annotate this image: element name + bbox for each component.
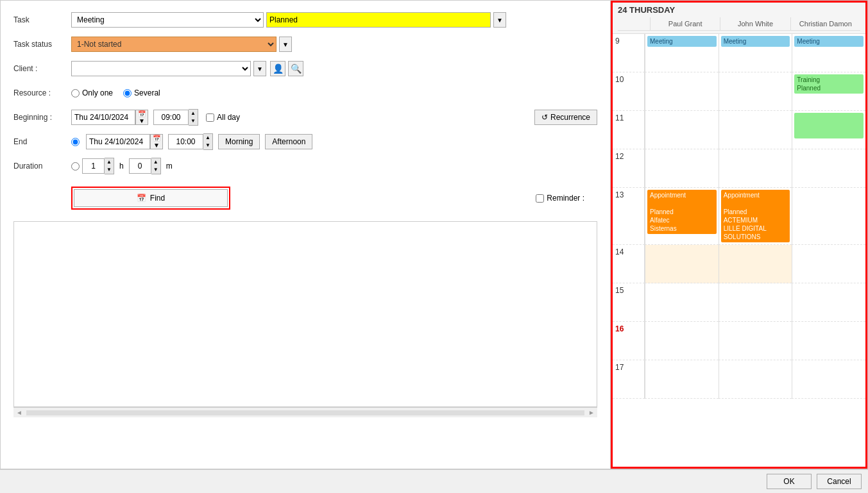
- end-radio[interactable]: [71, 138, 80, 146]
- allday-checkbox[interactable]: [206, 113, 214, 122]
- cell-paul-15[interactable]: [645, 283, 719, 322]
- recurrence-label: Recurrence: [550, 113, 590, 122]
- calendar-body: 9 Meeting Meeting Meeting 10 TrainingPla…: [613, 34, 865, 467]
- cell-christian-13[interactable]: [792, 188, 865, 245]
- afternoon-button[interactable]: Afternoon: [265, 134, 312, 149]
- cell-paul-9[interactable]: Meeting: [645, 34, 719, 72]
- event-paul-meeting[interactable]: Meeting: [647, 36, 717, 47]
- cell-christian-15[interactable]: [792, 283, 865, 322]
- ok-button[interactable]: OK: [767, 474, 812, 489]
- beginning-time-up[interactable]: ▲: [189, 110, 198, 117]
- cell-christian-11[interactable]: [792, 111, 865, 149]
- client-dropdown-btn[interactable]: ▼: [253, 61, 266, 76]
- resource-only-one-radio[interactable]: [71, 89, 80, 97]
- resource-only-one-text: Only one: [82, 88, 113, 97]
- beginning-calendar-btn[interactable]: 📅▼: [135, 110, 148, 125]
- end-controls: 📅▼ ▲ ▼ Morning Afternoon: [71, 133, 597, 150]
- calendar-column-headers: Paul Grant John White Christian Damon: [618, 17, 860, 31]
- main-container: Task Meeting Planned ▼ Task status 1-Not…: [0, 0, 868, 469]
- cell-john-9[interactable]: Meeting: [719, 34, 792, 72]
- end-date-input[interactable]: [86, 134, 150, 149]
- time-14: 14: [613, 245, 645, 283]
- resource-several-label[interactable]: Several: [123, 88, 160, 97]
- cell-paul-12[interactable]: [645, 149, 719, 188]
- cell-paul-16[interactable]: [645, 322, 719, 360]
- client-select[interactable]: [71, 61, 251, 76]
- calendar-date-title: 24 THURSDAY: [618, 5, 860, 15]
- cell-john-11[interactable]: [719, 111, 792, 149]
- cell-christian-10[interactable]: TrainingPlanned: [792, 72, 865, 111]
- horizontal-scrollbar[interactable]: ◄ ►: [13, 407, 597, 417]
- cell-john-16[interactable]: [719, 322, 792, 360]
- status-dropdown-btn[interactable]: ▼: [279, 37, 292, 52]
- find-reminder-controls: 📅 Find Reminder :: [71, 181, 597, 215]
- event-christian-training[interactable]: TrainingPlanned: [794, 74, 864, 94]
- event-paul-appointment[interactable]: AppointmentPlannedAlfatecSisternas: [647, 190, 717, 234]
- allday-label[interactable]: All day: [206, 113, 240, 122]
- bottom-bar: OK Cancel: [0, 469, 868, 493]
- task-select[interactable]: Meeting: [71, 12, 264, 28]
- resource-several-radio[interactable]: [123, 89, 132, 97]
- cell-christian-9[interactable]: Meeting: [792, 34, 865, 72]
- find-button[interactable]: 📅 Find: [74, 189, 228, 207]
- beginning-time-down[interactable]: ▼: [189, 117, 198, 125]
- duration-h-input[interactable]: [82, 158, 105, 174]
- duration-h-up[interactable]: ▲: [105, 158, 114, 166]
- duration-h-down[interactable]: ▼: [105, 166, 114, 174]
- planned-dropdown-btn[interactable]: ▼: [493, 12, 506, 28]
- cancel-button[interactable]: Cancel: [817, 474, 862, 489]
- cell-john-17[interactable]: [719, 360, 792, 399]
- event-christian-training-cont[interactable]: [794, 113, 864, 138]
- time-12-label: 12: [615, 152, 624, 161]
- event-john-meeting[interactable]: Meeting: [721, 36, 790, 47]
- end-date-wrapper: 📅▼: [86, 134, 163, 149]
- end-time-up[interactable]: ▲: [203, 134, 212, 142]
- time-16-label: 16: [615, 324, 624, 333]
- recurrence-button[interactable]: ↺ Recurrence: [534, 110, 597, 125]
- cell-christian-12[interactable]: [792, 149, 865, 188]
- cell-christian-17[interactable]: [792, 360, 865, 399]
- planned-input[interactable]: Planned: [266, 12, 491, 28]
- duration-m-spinners: ▲ ▼: [151, 158, 161, 174]
- duration-m-label: m: [166, 162, 173, 171]
- cell-john-13[interactable]: AppointmentPlannedACTEMIUMLILLE DIGITALS…: [719, 188, 792, 245]
- cell-john-14[interactable]: [719, 245, 792, 283]
- reminder-label-wrapper[interactable]: Reminder :: [536, 194, 584, 203]
- task-status-select[interactable]: 1-Not started: [71, 37, 277, 52]
- event-christian-meeting[interactable]: Meeting: [794, 36, 864, 47]
- end-time-down[interactable]: ▼: [203, 142, 212, 149]
- time-13-label: 13: [615, 190, 624, 199]
- beginning-date-input[interactable]: [71, 110, 135, 125]
- cell-christian-14[interactable]: [792, 245, 865, 283]
- event-john-appointment[interactable]: AppointmentPlannedACTEMIUMLILLE DIGITALS…: [721, 190, 790, 242]
- duration-row: Duration ▲ ▼ h ▲ ▼: [13, 157, 597, 175]
- resource-several-text: Several: [134, 88, 160, 97]
- time-15-label: 15: [615, 286, 624, 295]
- cell-paul-17[interactable]: [645, 360, 719, 399]
- cell-john-12[interactable]: [719, 149, 792, 188]
- cell-christian-16[interactable]: [792, 322, 865, 360]
- resource-only-one-label[interactable]: Only one: [71, 88, 113, 97]
- client-person-btn[interactable]: 👤: [270, 61, 285, 76]
- cell-paul-11[interactable]: [645, 111, 719, 149]
- duration-m-down[interactable]: ▼: [151, 166, 160, 174]
- time-17: 17: [613, 360, 645, 399]
- cell-paul-14[interactable]: [645, 245, 719, 283]
- duration-m-up[interactable]: ▲: [151, 158, 160, 166]
- reminder-checkbox[interactable]: [536, 194, 544, 203]
- cell-john-10[interactable]: [719, 72, 792, 111]
- resource-label: Resource :: [13, 88, 71, 97]
- morning-button[interactable]: Morning: [218, 134, 260, 149]
- client-search-btn[interactable]: 🔍: [288, 61, 303, 76]
- client-controls: ▼ 👤 🔍: [71, 61, 597, 76]
- notes-textarea[interactable]: [14, 222, 597, 406]
- beginning-time-input[interactable]: [153, 110, 189, 125]
- cell-paul-10[interactable]: [645, 72, 719, 111]
- end-calendar-btn[interactable]: 📅▼: [150, 134, 163, 149]
- cell-paul-13[interactable]: AppointmentPlannedAlfatecSisternas: [645, 188, 719, 245]
- time-15: 15: [613, 283, 645, 322]
- end-time-input[interactable]: [168, 134, 203, 149]
- duration-m-input[interactable]: [129, 158, 151, 174]
- cell-john-15[interactable]: [719, 283, 792, 322]
- duration-radio[interactable]: [71, 162, 80, 171]
